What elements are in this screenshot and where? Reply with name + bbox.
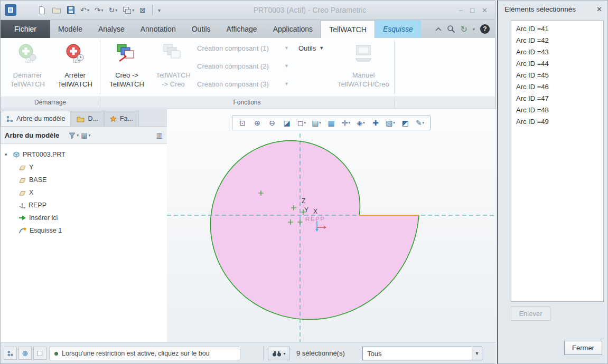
model-tree-toggle-button[interactable] bbox=[4, 347, 17, 360]
redo-icon: ↷ bbox=[95, 6, 101, 14]
dropdown-caret-icon: ▾ bbox=[363, 121, 365, 125]
list-item[interactable]: Arc ID =43 bbox=[511, 46, 603, 58]
fermer-button[interactable]: Fermer bbox=[564, 341, 602, 355]
tree-item-plane-base[interactable]: BASE bbox=[1, 174, 167, 186]
demarrer-tellwatch-button[interactable]: Ten DémarrerTellWATCH bbox=[5, 39, 50, 95]
save-button[interactable] bbox=[66, 5, 76, 15]
tab-analyse[interactable]: Analyse bbox=[90, 20, 133, 38]
ribbon-group-labels: Démarrage Fonctions bbox=[0, 97, 495, 109]
tree-columns-button[interactable]: ▥ bbox=[156, 131, 163, 139]
command-search-icon[interactable] bbox=[447, 25, 455, 33]
orientation-3d-icon[interactable]: ▧▾ bbox=[383, 117, 397, 129]
regenerate-button[interactable]: ↻▾ bbox=[108, 5, 119, 15]
list-item[interactable]: Arc ID =48 bbox=[511, 104, 603, 116]
undo-button[interactable]: ↶▾ bbox=[79, 5, 90, 15]
close-window-button[interactable]: ⊠ bbox=[138, 5, 147, 15]
creo-to-tellwatch-button[interactable]: Creo ->TellWATCH bbox=[104, 39, 149, 95]
dropdown-caret-icon: ▾ bbox=[283, 351, 285, 356]
sketch-orientation-icon[interactable]: ◩ bbox=[398, 117, 412, 129]
help-icon[interactable]: ? bbox=[480, 24, 490, 34]
enlever-button[interactable]: Enlever bbox=[511, 306, 550, 321]
list-item[interactable]: Arc ID =49 bbox=[511, 116, 603, 128]
sketch-display-icon[interactable]: ✎▾ bbox=[413, 117, 427, 129]
arreter-tellwatch-button[interactable]: Ten ArrêterTellWATCH bbox=[52, 39, 98, 95]
graphics-area[interactable]: ⊡⊕⊖◪◻▾▤▾▦✛▾◈▾✚▧▾◩✎▾ Z Y X REPP bbox=[167, 109, 495, 342]
combobox-caret-icon[interactable]: ▼ bbox=[472, 347, 482, 360]
maximize-button[interactable]: □ bbox=[470, 6, 474, 14]
datum-display-icon[interactable]: ✛▾ bbox=[339, 117, 353, 129]
dropdown-caret-icon: ▾ bbox=[304, 121, 306, 125]
tab-annotation[interactable]: Annotation bbox=[133, 20, 184, 38]
tab-affichage[interactable]: Affichage bbox=[219, 20, 265, 38]
customize-toolbar-caret-icon[interactable]: ▾ bbox=[158, 7, 161, 13]
dropdown-caret-icon: ▾ bbox=[319, 121, 321, 125]
tab-model-tree[interactable]: Arbre du modèle bbox=[1, 111, 71, 126]
tab-fichier[interactable]: Fichier bbox=[1, 20, 50, 38]
sync-icon[interactable]: ↻ bbox=[461, 24, 467, 34]
redo-button[interactable]: ↷▾ bbox=[93, 5, 105, 15]
zoom-out-icon[interactable]: ⊖ bbox=[265, 117, 279, 129]
zoom-in-icon[interactable]: ⊕ bbox=[250, 117, 264, 129]
list-item[interactable]: Arc ID =41 bbox=[511, 23, 603, 35]
tab-applications[interactable]: Applications bbox=[265, 20, 321, 38]
list-item[interactable]: Arc ID =45 bbox=[511, 70, 603, 81]
tree-filter-button[interactable]: ▾ bbox=[69, 132, 79, 139]
dropdown-caret-icon: ▼ bbox=[284, 63, 289, 69]
creation-composant-2-button[interactable]: Création composant (2)▼ bbox=[195, 59, 291, 73]
list-item[interactable]: Arc ID =44 bbox=[511, 58, 603, 70]
tab-tellwatch[interactable]: TellWATCH bbox=[321, 20, 375, 38]
open-file-button[interactable] bbox=[51, 5, 62, 15]
tree-settings-button[interactable]: ▤▾ bbox=[81, 131, 90, 139]
tab-esquisse[interactable]: Esquisse bbox=[375, 20, 421, 38]
close-button[interactable]: ✕ bbox=[482, 6, 488, 14]
list-item[interactable]: Arc ID =42 bbox=[511, 35, 603, 46]
display-style-icon[interactable]: ◻▾ bbox=[295, 117, 308, 129]
creation-composant-1-button[interactable]: Création composant (1)▼ bbox=[195, 41, 291, 55]
selection-count: 9 sélectionné(s) bbox=[296, 349, 345, 357]
svg-text:Ten: Ten bbox=[72, 58, 81, 64]
windows-icon bbox=[123, 6, 132, 14]
new-file-button[interactable] bbox=[36, 5, 48, 16]
selection-filter-combobox[interactable]: Tous ▼ bbox=[362, 347, 482, 360]
globe-icon bbox=[22, 349, 28, 358]
sketch-region[interactable] bbox=[211, 141, 419, 320]
windows-button[interactable]: ▾ bbox=[121, 5, 135, 15]
list-item[interactable]: Arc ID =47 bbox=[511, 93, 603, 104]
outils-dropdown-button[interactable]: Outils▼ bbox=[295, 41, 327, 55]
tree-item-part[interactable]: ▾ PRT0003.PRT bbox=[1, 148, 167, 161]
spin-center-icon[interactable]: ✚ bbox=[369, 117, 382, 129]
creation-composant-3-button[interactable]: Création composant (3)▼ bbox=[195, 77, 291, 91]
more-options-caret-icon[interactable]: ▾ bbox=[473, 27, 475, 32]
model-tree: ▾ PRT0003.PRT Y BASE bbox=[1, 143, 167, 342]
graphics-toolbar: ⊡⊕⊖◪◻▾▤▾▦✛▾◈▾✚▧▾◩✎▾ bbox=[232, 116, 431, 130]
annotation-display-icon[interactable]: ◈▾ bbox=[354, 117, 368, 129]
part-icon bbox=[13, 151, 20, 158]
repaint-icon[interactable]: ◪ bbox=[280, 117, 294, 129]
manuel-tellwatch-button[interactable]: ManuelTellWATCH/Creo bbox=[334, 39, 392, 95]
app-icon[interactable] bbox=[5, 4, 16, 16]
browser-toggle-button[interactable] bbox=[18, 347, 32, 360]
tree-item-plane-x[interactable]: X bbox=[1, 186, 167, 199]
list-item[interactable]: Arc ID =46 bbox=[511, 81, 603, 93]
new-file-icon bbox=[38, 6, 46, 15]
find-button[interactable]: ▾ bbox=[268, 347, 290, 360]
hide-panel-button[interactable] bbox=[33, 347, 46, 360]
tab-favorites[interactable]: Fa... bbox=[104, 111, 139, 126]
selected-elements-list[interactable]: Arc ID =41 Arc ID =42 Arc ID =43 Arc ID … bbox=[511, 20, 604, 302]
tab-outils[interactable]: Outils bbox=[184, 20, 219, 38]
tree-item-plane-y[interactable]: Y bbox=[1, 161, 167, 174]
tab-modele[interactable]: Modèle bbox=[50, 20, 90, 38]
view-manager-icon[interactable]: ▦ bbox=[324, 117, 338, 129]
tab-folder-browser[interactable]: D... bbox=[71, 111, 104, 126]
tellwatch-to-creo-button[interactable]: TellWATCH-> Creo bbox=[151, 39, 196, 95]
collapse-ribbon-icon[interactable] bbox=[435, 27, 442, 31]
save-icon bbox=[67, 6, 75, 14]
expander-icon[interactable]: ▾ bbox=[5, 152, 10, 157]
minimize-button[interactable]: – bbox=[459, 6, 463, 14]
tree-item-insert-here[interactable]: Insérer ici bbox=[1, 212, 167, 224]
tree-item-csys[interactable]: REPP bbox=[1, 199, 167, 212]
tree-item-sketch[interactable]: Esquisse 1 bbox=[1, 224, 167, 237]
saved-orientations-icon[interactable]: ▤▾ bbox=[310, 117, 323, 129]
zoom-window-icon[interactable]: ⊡ bbox=[236, 117, 249, 129]
panel-close-icon[interactable]: ✕ bbox=[596, 5, 602, 13]
